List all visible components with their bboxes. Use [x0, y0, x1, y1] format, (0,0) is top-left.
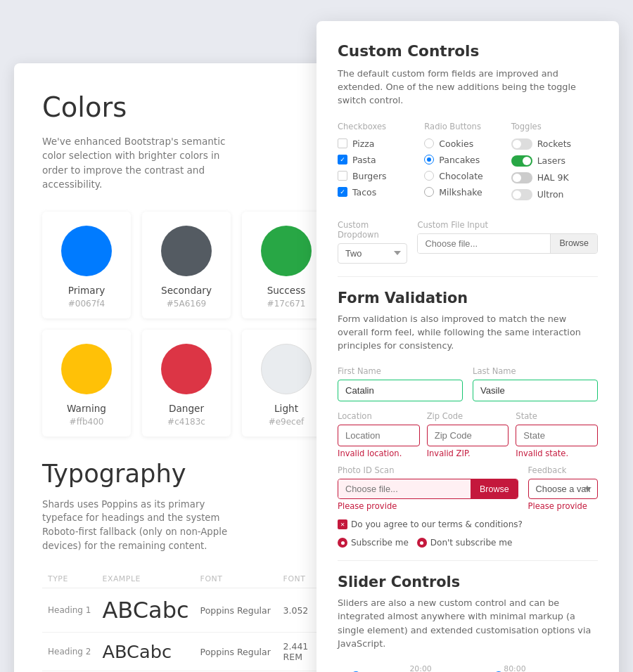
color-circle-primary [61, 226, 112, 276]
list-item: Milkshake [424, 187, 511, 198]
photo-browse-button[interactable]: Browse [471, 479, 518, 498]
type-label: Heading 2 [42, 633, 96, 671]
checkbox-pizza-label: Pizza [352, 138, 374, 149]
slider1-label-mid1: 20:00 [409, 664, 431, 672]
list-item: Burgers [338, 171, 424, 181]
no-subscribe-label: Don't subscribe me [430, 538, 512, 548]
typography-section: Typography Shards uses Poppins as its pr… [42, 459, 331, 672]
colors-title: Colors [42, 91, 331, 123]
th-example: EXAMPLE [96, 570, 194, 588]
photo-file-wrapper: Browse [338, 479, 518, 499]
type-example: ABCabc [96, 588, 194, 633]
custom-dropdown-group: Custom Dropdown One Two Three [338, 220, 407, 264]
checkbox-pasta[interactable] [338, 155, 347, 164]
color-hex-danger: #c4183c [167, 417, 205, 427]
feedback-group: Feedback Choose a value Please provide [528, 465, 598, 511]
color-hex-primary: #0067f4 [68, 299, 105, 309]
file-browse-button[interactable]: Browse [550, 234, 597, 253]
color-primary: Primary #0067f4 [42, 212, 131, 318]
radio-pancakes-label: Pancakes [439, 155, 480, 165]
terms-checkbox-item: Do you agree to our terms & conditions? [338, 519, 523, 529]
photo-feedback-row: Photo ID Scan Browse Please provide Feed… [338, 465, 598, 511]
form-validation-title: Form Validation [338, 290, 598, 306]
checkbox-pizza[interactable] [338, 138, 347, 148]
radio-chocolate-label: Chocolate [439, 171, 482, 181]
dropdown-file-row: Custom Dropdown One Two Three Custom Fil… [338, 220, 598, 264]
name-row: First Name Last Name [338, 366, 598, 401]
photo-file-input[interactable] [338, 479, 471, 498]
color-circle-secondary [161, 226, 212, 276]
typography-table: TYPE EXAMPLE FONT FONT Heading 1 ABCabc … [42, 570, 331, 672]
table-row: Heading 2 ABCabc Poppins Regular 2.441 R… [42, 633, 331, 671]
toggle-hal9k[interactable] [511, 172, 532, 183]
state-error: Invalid state. [516, 448, 598, 458]
subscribe-item: Subscribe me [338, 538, 409, 548]
toggle-rockets-label: Rockets [537, 138, 571, 149]
type-example: ABCabc [96, 633, 194, 671]
slider1-top-labels: 20:00 80:00 [338, 664, 598, 672]
last-name-input[interactable] [473, 380, 598, 401]
color-hex-success: #17c671 [267, 299, 306, 309]
color-hex-light: #e9ecef [269, 417, 305, 427]
state-input[interactable] [516, 425, 598, 446]
color-name-success: Success [267, 285, 306, 296]
color-name-warning: Warning [67, 403, 106, 414]
section-divider [338, 276, 598, 277]
custom-dropdown-select[interactable]: One Two Three [338, 243, 407, 264]
subscribe-label: Subscribe me [351, 538, 409, 548]
last-name-group: Last Name [473, 366, 598, 401]
radio-chocolate[interactable] [424, 171, 434, 181]
list-item: Ultron [511, 189, 598, 200]
color-circle-success [261, 226, 312, 276]
list-item: HAL 9K [511, 172, 598, 183]
color-grid: Primary #0067f4 Secondary #5A6169 Succes… [42, 212, 331, 437]
custom-file-label: Custom File Input [417, 220, 598, 230]
custom-controls-title: Custom Controls [338, 42, 598, 60]
zip-input[interactable] [427, 425, 509, 446]
radio-milkshake-label: Milkshake [439, 187, 482, 198]
checkbox-burgers-label: Burgers [352, 171, 387, 181]
zip-group: Zip Code Invalid ZIP. [427, 411, 509, 458]
color-circle-light [261, 344, 312, 394]
subscribe-radio[interactable] [338, 538, 347, 548]
file-input-wrapper: Browse [417, 233, 598, 254]
feedback-select[interactable]: Choose a value [528, 479, 598, 499]
custom-controls-card: Custom Controls The default custom form … [316, 21, 619, 672]
state-group: State Invalid state. [516, 411, 598, 458]
checkbox-burgers[interactable] [338, 171, 347, 181]
color-name-primary: Primary [68, 285, 106, 296]
last-name-label: Last Name [473, 366, 598, 376]
slider-section: Slider Controls Sliders are also a new c… [338, 574, 598, 672]
radio-milkshake[interactable] [424, 187, 434, 197]
terms-label: Do you agree to our terms & conditions? [351, 519, 523, 529]
radio-pancakes[interactable] [424, 155, 434, 164]
color-name-danger: Danger [169, 403, 204, 414]
toggle-ultron[interactable] [511, 189, 532, 200]
checkbox-tacos[interactable] [338, 187, 347, 197]
file-input-text[interactable] [418, 234, 550, 253]
photo-error: Please provide [338, 501, 518, 511]
location-input[interactable] [338, 425, 420, 446]
first-name-input[interactable] [338, 380, 463, 401]
radio-cookies[interactable] [424, 138, 434, 148]
list-item: Chocolate [424, 171, 511, 181]
feedback-error: Please provide [528, 501, 598, 511]
no-subscribe-radio[interactable] [417, 538, 427, 548]
location-error: Invalid location. [338, 448, 420, 458]
toggle-hal9k-label: HAL 9K [537, 172, 569, 183]
toggle-lasers[interactable] [511, 155, 532, 167]
type-font: Poppins Regular [195, 633, 278, 671]
list-item: Pancakes [424, 155, 511, 165]
section-divider-2 [338, 560, 598, 561]
no-subscribe-item: Don't subscribe me [417, 538, 512, 548]
form-validation-desc: Form validation is also improved to matc… [338, 312, 598, 353]
color-name-secondary: Secondary [161, 285, 212, 296]
toggle-lasers-label: Lasers [537, 155, 565, 166]
list-item: Tacos [338, 187, 424, 198]
feedback-label: Feedback [528, 465, 598, 475]
terms-row: Do you agree to our terms & conditions? … [338, 519, 598, 548]
list-item: Cookies [424, 138, 511, 149]
table-row: Heading 1 ABCabc Poppins Regular 3.052 [42, 588, 331, 633]
terms-checkbox[interactable] [338, 519, 347, 529]
toggle-rockets[interactable] [511, 138, 532, 150]
